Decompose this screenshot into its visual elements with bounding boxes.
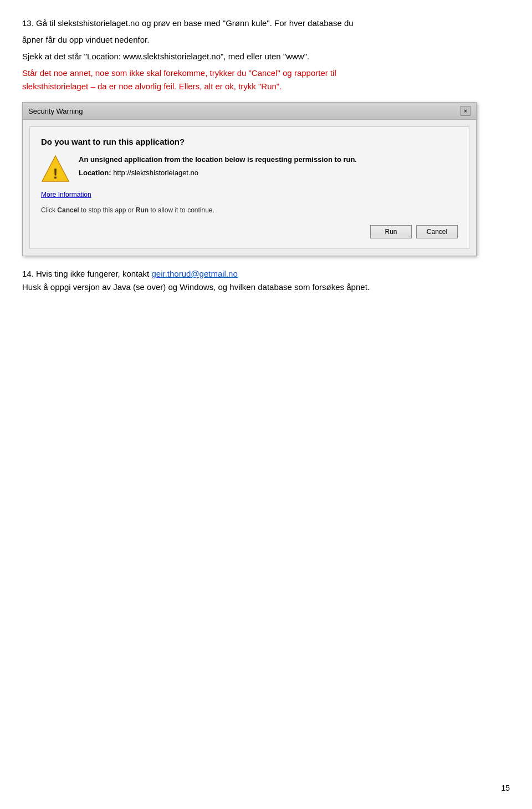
cancel-button[interactable]: Cancel [416,225,458,238]
paragraph-14: 14. Hvis ting ikke fungerer, kontakt gei… [22,267,510,294]
dialog-buttons: Run Cancel [41,223,458,241]
security-warning-dialog: Security Warning × Do you want to run th… [22,102,477,256]
dialog-info-block: An unsigned application from the locatio… [79,154,357,177]
dialog-close-button[interactable]: × [461,106,470,116]
dialog-info-text: An unsigned application from the locatio… [79,154,357,165]
cancel-label-inline: Cancel [57,206,79,214]
dialog-location: Location: http://slektshistorielaget.no [79,169,357,177]
dialog-body: Do you want to run this application? ! A… [29,126,469,249]
dialog-content-row: ! An unsigned application from the locat… [41,154,458,183]
paragraph-13-line2: åpner får du opp vinduet nedenfor. [22,33,510,47]
dialog-question: Do you want to run this application? [41,137,458,146]
warning-triangle-icon: ! [41,154,70,183]
svg-text:!: ! [53,165,58,182]
run-button[interactable]: Run [370,225,412,238]
dialog-title: Security Warning [28,107,83,115]
email-link[interactable]: geir.thorud@getmail.no [151,269,237,278]
dialog-bottom-instruction: Click Cancel to stop this app or Run to … [41,206,458,214]
paragraph-13-line1: 13. Gå til slekstshistorielaget.no og pr… [22,17,510,30]
run-label-inline: Run [136,206,149,214]
dialog-body-text-bold: An unsigned application from the locatio… [79,155,357,164]
more-information-link[interactable]: More Information [41,191,458,199]
paragraph-13-warning: Står det noe annet, noe som ikke skal fo… [22,67,510,93]
dialog-titlebar: Security Warning × [23,103,476,120]
location-value: http://slektshistorielaget.no [113,169,198,177]
paragraph-13-line3: Sjekk at det står "Location: www.slektsh… [22,50,510,63]
location-label: Location: [79,169,111,177]
